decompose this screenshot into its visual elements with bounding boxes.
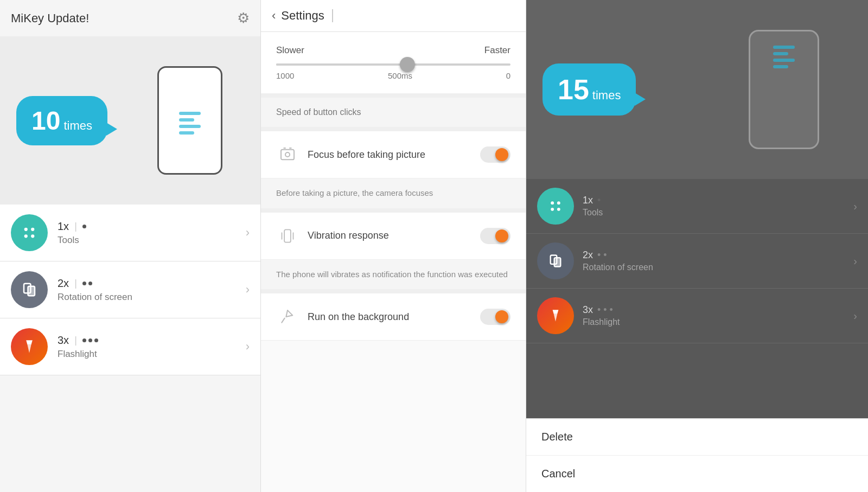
cancel-button[interactable]: Cancel: [526, 456, 868, 492]
speed-description: Speed of button clicks: [261, 98, 526, 131]
svg-rect-6: [281, 150, 294, 160]
right-hero: 15 times: [526, 0, 868, 179]
right-tools-chevron-icon: ›: [853, 200, 857, 213]
tools-clicks: 1x |: [58, 220, 246, 233]
speech-bubble: 10 times: [16, 96, 107, 145]
gear-icon[interactable]: ⚙: [237, 10, 250, 27]
background-toggle-knob: [495, 310, 508, 323]
flashlight-label: Flashlight: [58, 349, 246, 360]
right-tools-label: Tools: [583, 208, 853, 218]
background-toggle[interactable]: [480, 309, 510, 325]
vibration-toggle-knob: [495, 229, 508, 242]
right-tools-info: 1x • Tools: [583, 195, 853, 218]
flashlight-clicks: 3x |: [58, 334, 246, 347]
hero-section: 10 times: [0, 36, 260, 205]
screw-icon: [179, 112, 201, 135]
svg-point-0: [24, 228, 28, 231]
tools-info: 1x | Tools: [58, 220, 246, 246]
tools-dots: [82, 225, 86, 228]
phone-body: [157, 66, 222, 175]
right-list-item-rotation[interactable]: 2x • • Rotation of screen ›: [526, 234, 868, 289]
svg-point-9: [551, 201, 554, 205]
svg-point-10: [557, 201, 560, 205]
tools-clicks-number: 1x: [58, 220, 69, 233]
rotation-icon: [11, 271, 48, 308]
tools-chevron-icon: ›: [246, 226, 250, 240]
right-rotation-label: Rotation of screen: [583, 263, 853, 272]
speed-slider-track[interactable]: [276, 63, 510, 66]
app-title: MiKey Update!: [11, 11, 89, 25]
tools-label: Tools: [58, 235, 246, 246]
svg-point-3: [31, 234, 34, 238]
flashlight-info: 3x | Flashlight: [58, 334, 246, 360]
right-tools-clicks: 1x •: [583, 195, 853, 206]
svg-rect-14: [554, 258, 561, 266]
rotation-clicks: 2x |: [58, 277, 246, 290]
svg-point-2: [24, 234, 28, 238]
phone-illustration: [136, 47, 244, 194]
right-flashlight-info: 3x • • • Flashlight: [583, 304, 853, 327]
right-rotation-info: 2x • • Rotation of screen: [583, 250, 853, 272]
header-divider: [332, 9, 333, 22]
focus-icon: [276, 143, 299, 166]
list-item-tools[interactable]: 1x | Tools ›: [0, 205, 260, 261]
right-rotation-icon: [537, 242, 574, 279]
focus-toggle-row: Focus before taking picture: [261, 131, 526, 178]
right-list-item-tools[interactable]: 1x • Tools ›: [526, 179, 868, 234]
list-item-rotation[interactable]: 2x | Rotation of screen ›: [0, 261, 260, 318]
focus-label: Focus before taking picture: [308, 149, 480, 161]
right-phone-body: [749, 30, 819, 149]
focus-toggle-knob: [495, 148, 508, 161]
svg-rect-5: [28, 286, 35, 296]
background-run-icon: [276, 305, 299, 328]
right-flashlight-clicks: 3x • • •: [583, 304, 853, 316]
list-item-flashlight[interactable]: 3x | Flashlight ›: [0, 318, 260, 375]
right-speech-bubble: 15 times: [542, 63, 636, 116]
left-panel: MiKey Update! ⚙ 10 times: [0, 0, 260, 492]
rotation-chevron-icon: ›: [246, 283, 250, 297]
right-list-item-flashlight[interactable]: 3x • • • Flashlight ›: [526, 289, 868, 343]
vibration-icon: [276, 225, 299, 247]
slower-label: Slower: [276, 45, 304, 56]
slider-val-left: 1000: [276, 71, 294, 80]
flashlight-clicks-number: 3x: [58, 334, 69, 347]
right-phone-container: [716, 30, 852, 149]
background-toggle-row: Run on the background: [261, 293, 526, 341]
slider-values: 1000 500ms 0: [276, 71, 510, 80]
screw-line-2: [179, 118, 194, 122]
bubble-times: times: [63, 119, 92, 133]
tools-icon: [11, 214, 48, 251]
delete-button[interactable]: Delete: [526, 419, 868, 456]
bubble-number: 10: [31, 106, 60, 136]
flashlight-dots: [82, 338, 98, 342]
vibration-toggle[interactable]: [480, 228, 510, 244]
slider-val-center: 500ms: [294, 71, 506, 80]
faster-label: Faster: [484, 45, 510, 56]
left-header: MiKey Update! ⚙: [0, 0, 260, 36]
settings-title: Settings: [281, 9, 324, 23]
rotation-label: Rotation of screen: [58, 292, 246, 303]
slider-thumb[interactable]: [400, 57, 415, 72]
settings-panel: ‹ Settings Slower Faster 1000 500ms 0 Sp…: [260, 0, 526, 492]
focus-description: Before taking a picture, the camera focu…: [261, 178, 526, 213]
flashlight-icon: [11, 328, 48, 365]
screw-line-1: [179, 112, 201, 115]
settings-header: ‹ Settings: [261, 0, 526, 32]
slider-fill: [276, 63, 407, 66]
right-tools-icon: [537, 188, 574, 225]
svg-point-11: [551, 208, 554, 211]
vibration-toggle-row: Vibration response: [261, 213, 526, 260]
slider-val-right: 0: [506, 71, 510, 80]
rotation-dots: [82, 282, 92, 285]
screw-line-3: [179, 125, 201, 128]
focus-toggle[interactable]: [480, 146, 510, 163]
flashlight-chevron-icon: ›: [246, 340, 250, 354]
back-button[interactable]: ‹: [272, 9, 276, 23]
svg-point-1: [31, 228, 34, 231]
right-bubble-number: 15: [558, 73, 589, 106]
right-rotation-clicks: 2x • •: [583, 250, 853, 261]
background-label: Run on the background: [308, 311, 480, 323]
right-rotation-chevron-icon: ›: [853, 255, 857, 267]
rotation-info: 2x | Rotation of screen: [58, 277, 246, 303]
right-flashlight-icon: [537, 297, 574, 334]
